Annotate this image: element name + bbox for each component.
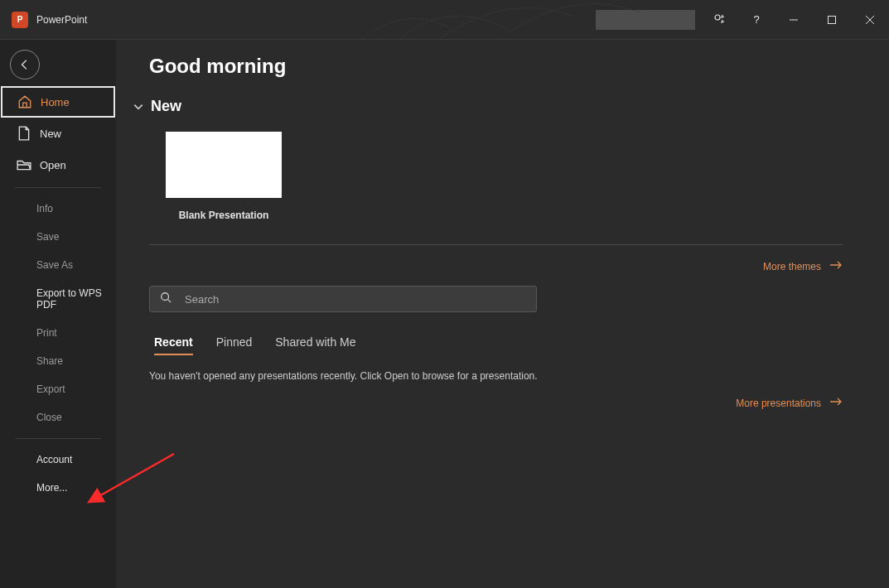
more-presentations-label: More presentations: [736, 398, 821, 409]
titlebar-right: ?: [596, 0, 889, 39]
app-logo-letter: P: [17, 15, 23, 24]
titlebar: P PowerPoint ?: [0, 0, 889, 40]
sidebar-item-close[interactable]: Close: [0, 403, 116, 431]
sidebar-label-open: Open: [40, 159, 66, 171]
help-icon[interactable]: ?: [738, 0, 775, 40]
svg-point-5: [162, 293, 169, 301]
arrow-right-icon: [829, 260, 843, 272]
sidebar-label-more: More...: [36, 482, 67, 494]
home-icon: [17, 94, 32, 109]
content-area: Good morning New Blank Presentation More…: [116, 40, 889, 588]
sidebar-item-more[interactable]: More...: [0, 474, 116, 502]
chevron-down-icon: [133, 101, 144, 113]
search-box[interactable]: [149, 286, 537, 312]
sidebar-label-close: Close: [36, 412, 62, 423]
sidebar-item-export[interactable]: Export: [0, 375, 116, 403]
coming-soon-icon[interactable]: [702, 0, 738, 40]
sidebar-label-export: Export: [36, 383, 65, 395]
back-button[interactable]: [10, 50, 40, 80]
sidebar-item-open[interactable]: Open: [0, 149, 116, 181]
maximize-button[interactable]: [813, 0, 851, 40]
main-area: Home New Open Info Save Save As Export t…: [0, 40, 889, 588]
sidebar-label-account: Account: [36, 454, 72, 465]
more-presentations-link[interactable]: More presentations: [149, 397, 843, 409]
sidebar-label-info: Info: [36, 203, 53, 214]
minimize-button[interactable]: [775, 0, 813, 40]
new-icon: [17, 126, 31, 141]
arrow-right-icon: [829, 397, 843, 409]
sidebar-label-home: Home: [41, 96, 70, 108]
template-label: Blank Presentation: [179, 210, 269, 221]
sidebar: Home New Open Info Save Save As Export t…: [0, 40, 116, 588]
sidebar-item-home[interactable]: Home: [1, 86, 115, 118]
sidebar-label-save-as: Save As: [36, 259, 73, 271]
empty-recent-message: You haven't opened any presentations rec…: [149, 370, 843, 382]
new-section-header[interactable]: New: [133, 98, 843, 115]
sidebar-label-share: Share: [36, 355, 63, 367]
open-icon: [17, 157, 31, 172]
tab-shared[interactable]: Shared with Me: [275, 335, 355, 355]
template-blank-presentation[interactable]: Blank Presentation: [166, 132, 282, 221]
sidebar-label-export-wps: Export to WPS PDF: [36, 287, 104, 311]
svg-line-6: [168, 300, 172, 303]
sidebar-item-save[interactable]: Save: [0, 223, 116, 251]
sidebar-label-print: Print: [36, 327, 57, 339]
sidebar-item-save-as[interactable]: Save As: [0, 251, 116, 279]
recent-tabs: Recent Pinned Shared with Me: [154, 335, 843, 355]
more-themes-label: More themes: [763, 261, 821, 272]
app-title: PowerPoint: [36, 14, 87, 26]
sidebar-item-account[interactable]: Account: [0, 446, 116, 474]
sidebar-label-save: Save: [36, 231, 59, 243]
sidebar-label-new: New: [40, 128, 61, 140]
search-input[interactable]: [185, 293, 526, 306]
svg-point-0: [715, 15, 720, 20]
account-pill[interactable]: [596, 10, 695, 30]
tab-recent[interactable]: Recent: [154, 335, 193, 355]
more-themes-link[interactable]: More themes: [149, 260, 843, 272]
app-logo: P: [12, 12, 28, 28]
template-thumbnail: [166, 132, 282, 198]
search-icon: [160, 292, 172, 306]
tab-pinned[interactable]: Pinned: [216, 335, 253, 355]
new-section-title: New: [151, 98, 181, 115]
divider: [149, 244, 843, 245]
close-button[interactable]: [851, 0, 889, 40]
sidebar-item-print[interactable]: Print: [0, 319, 116, 347]
sidebar-item-new[interactable]: New: [0, 118, 116, 149]
sidebar-item-info[interactable]: Info: [0, 195, 116, 223]
sidebar-separator-2: [15, 438, 101, 439]
sidebar-separator: [15, 187, 101, 188]
sidebar-item-export-wps[interactable]: Export to WPS PDF: [0, 279, 116, 319]
svg-rect-2: [829, 16, 836, 23]
sidebar-item-share[interactable]: Share: [0, 347, 116, 375]
greeting-title: Good morning: [149, 55, 843, 78]
